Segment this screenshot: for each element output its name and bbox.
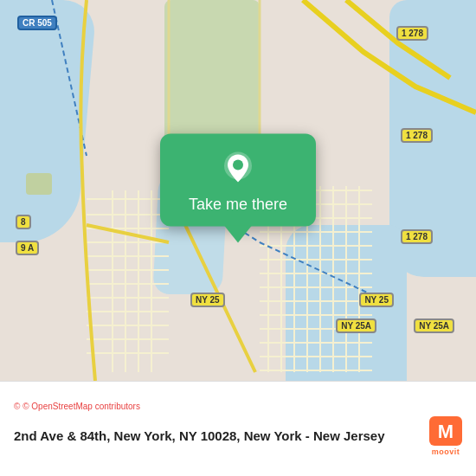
svg-point-45	[233, 159, 243, 170]
route-badge-ny25-right: NY 25	[359, 293, 394, 307]
bottom-bar: © © OpenStreetMap contributors 2nd Ave &…	[0, 381, 476, 476]
location-text: 2nd Ave & 84th, New York, NY 10028, New …	[14, 428, 421, 445]
osm-credit: © © OpenStreetMap contributors	[14, 402, 462, 411]
location-info: 2nd Ave & 84th, New York, NY 10028, New …	[14, 416, 462, 456]
map-container: CR 505 1 278 1 278 1 278 NY 25 NY 25 NY …	[0, 0, 476, 381]
route-badge-9a: 9 A	[16, 241, 39, 255]
route-badge-8: 8	[16, 215, 31, 229]
route-badge-ny25a-right: NY 25A	[414, 318, 454, 333]
route-badge-1278-low: 1 278	[401, 229, 433, 244]
route-badge-cr505: CR 505	[17, 16, 57, 30]
route-badge-1278-top: 1 278	[396, 26, 428, 41]
location-title: 2nd Ave & 84th, New York, NY 10028, New …	[14, 428, 421, 445]
popup-card[interactable]: Take me there	[160, 133, 316, 242]
location-pin-icon	[219, 149, 257, 187]
moovit-logo: M moovit	[429, 416, 462, 456]
osm-copyright: ©	[14, 402, 20, 411]
popup-triangle	[224, 225, 252, 242]
moovit-m-icon: M	[429, 416, 462, 446]
svg-text:M: M	[438, 421, 453, 442]
popup-box[interactable]: Take me there	[160, 133, 316, 226]
popup-label: Take me there	[189, 196, 287, 214]
moovit-text: moovit	[432, 447, 460, 456]
route-badge-1278-mid: 1 278	[401, 128, 433, 143]
route-badge-ny25-left: NY 25	[190, 293, 225, 307]
route-badge-ny25a-mid: NY 25A	[336, 318, 376, 333]
